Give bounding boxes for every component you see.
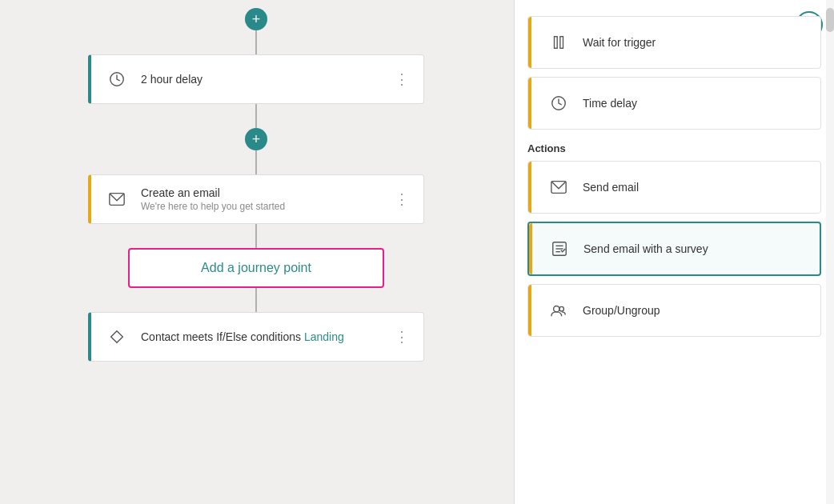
connector-line-4 — [255, 224, 257, 248]
panel-item-send-email-survey[interactable]: Send email with a survey — [527, 222, 821, 276]
connector-line-2 — [255, 104, 257, 128]
send-email-survey-label: Send email with a survey — [583, 242, 708, 255]
condition-node-link[interactable]: Landing — [304, 330, 344, 343]
svg-rect-3 — [560, 37, 563, 49]
actions-section-title: Actions — [527, 142, 821, 154]
connector-line-3 — [255, 150, 257, 174]
condition-node-title: Contact meets If/Else conditions Landing — [141, 330, 391, 343]
svg-point-11 — [559, 306, 564, 311]
survey-icon — [545, 234, 574, 263]
email-node-title: Create an email — [141, 186, 391, 199]
condition-node-menu[interactable]: ⋮ — [391, 325, 412, 349]
email-node-text: Create an email We're here to help you g… — [141, 186, 391, 212]
email-node-subtitle: We're here to help you get started — [141, 201, 391, 212]
condition-node[interactable]: Contact meets If/Else conditions Landing… — [88, 312, 424, 362]
wait-trigger-label: Wait for trigger — [583, 36, 656, 49]
email-node[interactable]: Create an email We're here to help you g… — [88, 174, 424, 224]
panel-item-wait-trigger[interactable]: Wait for trigger — [527, 16, 821, 69]
accent-bar-4 — [529, 223, 532, 274]
email-node-menu[interactable]: ⋮ — [391, 187, 412, 211]
delay-node-title: 2 hour delay — [141, 73, 391, 86]
svg-rect-2 — [555, 37, 558, 49]
email-panel-icon — [544, 173, 573, 202]
time-delay-label: Time delay — [583, 97, 637, 110]
canvas-area: + 2 hour delay ⋮ — [0, 0, 512, 504]
clock-icon — [102, 65, 131, 94]
group-icon — [544, 296, 573, 325]
send-email-label: Send email — [583, 181, 639, 194]
panel-item-send-email[interactable]: Send email — [527, 161, 821, 214]
scrollbar[interactable] — [826, 0, 834, 504]
top-add-button[interactable]: + — [245, 8, 267, 30]
svg-point-10 — [554, 306, 559, 312]
email-icon — [102, 185, 131, 214]
condition-icon — [102, 322, 131, 351]
group-ungroup-label: Group/Ungroup — [583, 304, 660, 317]
condition-node-text: Contact meets If/Else conditions Landing — [141, 330, 391, 343]
middle-add-button[interactable]: + — [245, 128, 267, 150]
panel-item-time-delay[interactable]: Time delay — [527, 77, 821, 130]
accent-bar-2 — [528, 78, 531, 129]
pause-icon — [544, 28, 573, 57]
delay-node-text: 2 hour delay — [141, 73, 391, 86]
connector-line-1 — [255, 30, 257, 54]
delay-node-menu[interactable]: ⋮ — [391, 67, 412, 91]
accent-bar-3 — [528, 162, 531, 213]
panel-item-group-ungroup[interactable]: Group/Ungroup — [527, 284, 821, 337]
accent-bar-5 — [528, 285, 531, 336]
add-journey-button[interactable]: Add a journey point — [128, 248, 384, 288]
scrollbar-thumb[interactable] — [826, 8, 834, 32]
side-panel: × Wait for trigger Time delay Actions — [514, 0, 834, 504]
delay-node[interactable]: 2 hour delay ⋮ — [88, 54, 424, 104]
clock-panel-icon — [544, 89, 573, 118]
accent-bar — [528, 17, 531, 68]
connector-line-5 — [255, 288, 257, 312]
